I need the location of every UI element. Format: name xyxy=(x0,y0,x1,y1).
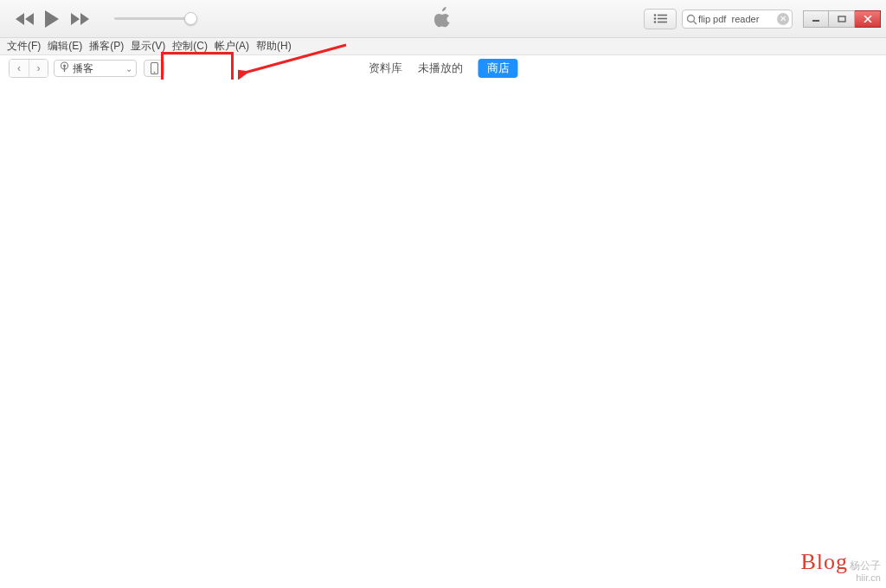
menu-bar: 文件(F) 编辑(E) 播客(P) 显示(V) 控制(C) 帐户(A) 帮助(H… xyxy=(0,38,886,55)
svg-point-0 xyxy=(654,14,657,16)
search-icon xyxy=(686,13,697,29)
volume-slider[interactable] xyxy=(114,17,192,20)
content-area xyxy=(0,80,886,588)
nav-forward-button[interactable]: › xyxy=(29,60,48,77)
svg-rect-5 xyxy=(658,22,667,23)
nav-row: ‹ › 播客 ⌄ 资料库 未播放的 商店 xyxy=(0,55,886,80)
apple-logo-icon xyxy=(434,7,452,31)
volume-thumb[interactable] xyxy=(184,12,197,25)
watermark-brand: Blog xyxy=(800,549,848,574)
search-input[interactable] xyxy=(698,14,776,24)
menu-edit[interactable]: 编辑(E) xyxy=(48,39,82,54)
svg-point-6 xyxy=(688,15,695,22)
svg-line-7 xyxy=(694,21,697,24)
podcast-icon xyxy=(60,61,69,75)
watermark-sub: 杨公子 xyxy=(850,559,881,572)
source-selector[interactable]: 播客 ⌄ xyxy=(54,60,137,77)
device-button[interactable] xyxy=(144,60,164,77)
watermark-url: hiir.cn xyxy=(800,573,881,583)
watermark: Blog杨公子 hiir.cn xyxy=(800,551,881,583)
nav-history: ‹ › xyxy=(9,59,48,78)
next-button[interactable] xyxy=(71,13,90,25)
svg-rect-12 xyxy=(64,67,65,72)
minimize-button[interactable] xyxy=(803,10,829,28)
tab-unplayed[interactable]: 未播放的 xyxy=(418,61,463,76)
svg-rect-9 xyxy=(838,16,845,22)
svg-point-14 xyxy=(153,72,155,74)
menu-help[interactable]: 帮助(H) xyxy=(256,39,292,54)
svg-point-2 xyxy=(654,17,657,20)
previous-button[interactable] xyxy=(16,13,35,25)
svg-point-4 xyxy=(654,21,657,23)
tab-store[interactable]: 商店 xyxy=(478,59,518,78)
window-controls xyxy=(803,10,881,28)
phone-icon xyxy=(151,62,158,74)
playback-controls xyxy=(16,10,90,28)
svg-rect-3 xyxy=(658,18,667,20)
toolbar-right: ✕ xyxy=(644,0,886,37)
menu-file[interactable]: 文件(F) xyxy=(7,39,41,54)
tab-library[interactable]: 资料库 xyxy=(369,61,402,76)
play-button[interactable] xyxy=(45,10,61,28)
search-clear-icon[interactable]: ✕ xyxy=(777,13,789,25)
menu-view[interactable]: 显示(V) xyxy=(131,39,165,54)
section-tabs: 资料库 未播放的 商店 xyxy=(369,59,518,78)
search-field[interactable]: ✕ xyxy=(682,10,793,29)
source-label: 播客 xyxy=(73,61,93,76)
menu-podcast[interactable]: 播客(P) xyxy=(89,39,124,54)
svg-rect-1 xyxy=(658,15,667,16)
nav-back-button[interactable]: ‹ xyxy=(10,60,29,77)
menu-control[interactable]: 控制(C) xyxy=(172,39,208,54)
svg-rect-8 xyxy=(812,20,819,22)
maximize-button[interactable] xyxy=(829,10,855,28)
playback-toolbar: ✕ xyxy=(0,0,886,38)
chevron-updown-icon: ⌄ xyxy=(125,64,132,74)
close-button[interactable] xyxy=(855,10,881,28)
list-view-button[interactable] xyxy=(644,9,677,29)
menu-account[interactable]: 帐户(A) xyxy=(215,39,249,54)
